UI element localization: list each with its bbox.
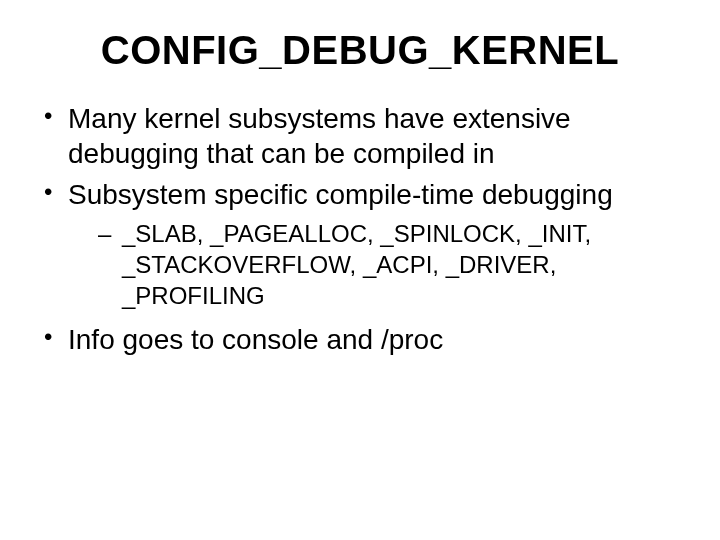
slide-title: CONFIG_DEBUG_KERNEL bbox=[40, 28, 680, 73]
bullet-item: Info goes to console and /proc bbox=[40, 322, 680, 357]
bullet-item: Many kernel subsystems have extensive de… bbox=[40, 101, 680, 171]
sub-bullet-text: _SLAB, _PAGEALLOC, _SPINLOCK, _INIT, _ST… bbox=[122, 220, 591, 309]
bullet-item: Subsystem specific compile-time debuggin… bbox=[40, 177, 680, 312]
bullet-text: Subsystem specific compile-time debuggin… bbox=[68, 179, 613, 210]
sub-bullet-list: _SLAB, _PAGEALLOC, _SPINLOCK, _INIT, _ST… bbox=[68, 218, 680, 312]
sub-bullet-item: _SLAB, _PAGEALLOC, _SPINLOCK, _INIT, _ST… bbox=[68, 218, 680, 312]
bullet-text: Info goes to console and /proc bbox=[68, 324, 443, 355]
slide: CONFIG_DEBUG_KERNEL Many kernel subsyste… bbox=[0, 0, 720, 540]
bullet-list: Many kernel subsystems have extensive de… bbox=[40, 101, 680, 357]
bullet-text: Many kernel subsystems have extensive de… bbox=[68, 103, 571, 169]
